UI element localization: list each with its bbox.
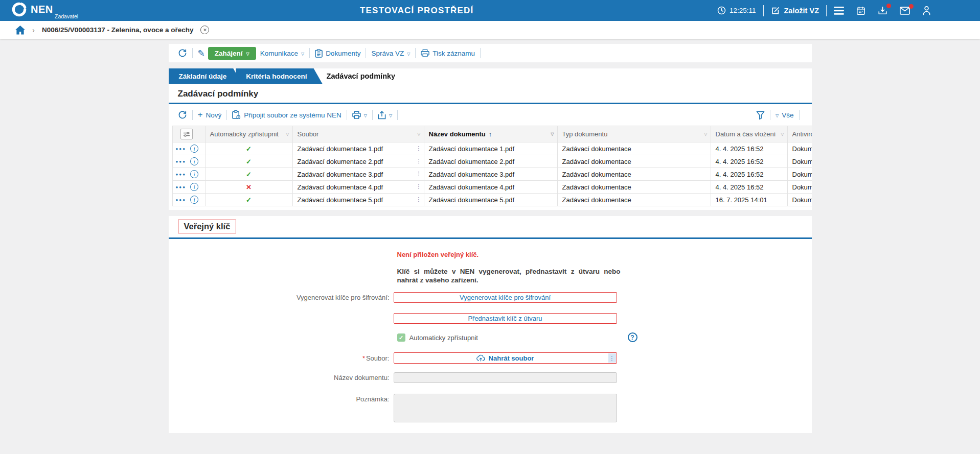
column-filter-icon[interactable]: ▽	[704, 132, 707, 136]
divider	[192, 110, 193, 120]
divider	[480, 48, 481, 58]
document-type-cell: Zadávací dokumentace	[557, 181, 711, 194]
row-info-icon[interactable]: i	[190, 157, 198, 165]
chevron-down-icon: ▽	[301, 52, 304, 56]
table-row[interactable]: ●●● i ✓ Zadávací dokumentace 1.pdf⋮ Zadá…	[172, 142, 812, 155]
communication-label: Komunikace	[260, 50, 298, 57]
user-icon[interactable]	[922, 6, 931, 15]
content-column: ✎ Zahájení ▽ Komunikace ▽ Dokumenty Sprá…	[169, 44, 812, 433]
file-menu-icon[interactable]: ⋮	[416, 171, 422, 177]
filter-all-dropdown[interactable]: ▽ Vše	[776, 111, 793, 119]
file-menu-icon[interactable]: ⋮	[416, 196, 422, 203]
row-actions-icon[interactable]: ●●●	[176, 159, 187, 164]
auto-accessible-label: Automaticky zpřístupnit	[409, 334, 478, 342]
document-name-label: Název dokumentu:	[169, 374, 394, 381]
file-cell[interactable]: Zadávací dokumentace 5.pdf⋮	[292, 194, 424, 206]
table-row[interactable]: ●●● i ✓ Zadávací dokumentace 5.pdf⋮ Zadá…	[172, 194, 812, 206]
new-document-button[interactable]: + Nový	[198, 110, 222, 120]
breadcrumb-item[interactable]: N006/25/V00003137 - Zelenina, ovoce a oř…	[42, 26, 193, 34]
antivirus-cell: Dokume	[787, 194, 812, 206]
menu-icon[interactable]	[834, 7, 844, 15]
calendar-icon[interactable]	[856, 6, 865, 15]
brand-name: NEN	[31, 4, 53, 15]
new-document-label: Nový	[206, 111, 221, 119]
file-menu-icon[interactable]: ⋮	[416, 145, 422, 152]
clipboard-gear-icon	[232, 110, 241, 120]
tab-2[interactable]: Kritéria hodnocení	[236, 68, 322, 84]
print-record-button[interactable]: Tisk záznamu	[421, 49, 475, 57]
manage-vz-menu[interactable]: Správa VZ ▽	[371, 50, 410, 57]
start-procedure-label: Zahájení	[215, 50, 243, 57]
note-textarea[interactable]	[394, 394, 617, 422]
table-row[interactable]: ●●● i ✓ Zadávací dokumentace 2.pdf⋮ Zadá…	[172, 155, 812, 168]
column-settings-icon[interactable]	[180, 129, 193, 139]
table-row[interactable]: ●●● i ✕ Zadávací dokumentace 4.pdf⋮ Zadá…	[172, 181, 812, 194]
row-actions-icon[interactable]: ●●●	[176, 198, 187, 202]
session-timer: 12:25:11	[717, 6, 756, 15]
refresh-icon[interactable]	[178, 49, 187, 58]
tab-1[interactable]: Základní údaje	[169, 68, 242, 84]
generate-keys-button[interactable]: Vygenerovat klíče pro šifrování	[394, 292, 617, 303]
manage-vz-label: Správa VZ	[371, 50, 404, 57]
column-settings-header	[172, 126, 205, 142]
row-actions-icon[interactable]: ●●●	[176, 147, 187, 151]
edit-record-icon[interactable]: ✎	[198, 48, 205, 59]
header-auto-accessible[interactable]: Automaticky zpřístupnit ▽	[205, 126, 292, 142]
top-bar: NEN Zadavatel TESTOVACÍ PROSTŘEDÍ 12:25:…	[0, 0, 980, 21]
header-date-inserted[interactable]: Datum a čas vložení ▽	[711, 126, 787, 142]
upload-menu-icon[interactable]: ⋮	[608, 353, 616, 363]
header-document-type[interactable]: Typ dokumentu ▽	[557, 126, 711, 142]
document-name-input[interactable]	[394, 372, 617, 383]
create-vz-button[interactable]: Založit VZ	[771, 6, 819, 15]
printer-icon	[421, 49, 429, 57]
documents-section: Základní údajeKritéria hodnoceníZadávací…	[169, 68, 812, 210]
home-icon[interactable]	[15, 26, 25, 35]
refresh-icon[interactable]	[178, 110, 187, 120]
tab-3[interactable]: Zadávací podmínky	[316, 68, 411, 84]
header-file[interactable]: Soubor ▽	[292, 126, 424, 142]
column-filter-icon[interactable]: ▽	[417, 132, 420, 136]
column-filter-icon[interactable]: ▽	[551, 132, 554, 136]
auto-accessible-checkbox[interactable]: ✓	[397, 333, 405, 342]
nen-logo[interactable]: NEN Zadavatel	[11, 2, 78, 19]
file-cell[interactable]: Zadávací dokumentace 3.pdf⋮	[292, 168, 424, 181]
upload-file-field[interactable]: Nahrát soubor ⋮	[394, 352, 617, 364]
help-icon[interactable]: ?	[628, 332, 637, 342]
nen-logo-icon	[11, 2, 27, 17]
row-info-icon[interactable]: i	[190, 170, 198, 178]
documents-menu[interactable]: Dokumenty	[315, 49, 360, 58]
column-filter-icon[interactable]: ▽	[781, 132, 784, 136]
divider	[372, 110, 373, 120]
file-cell[interactable]: Zadávací dokumentace 2.pdf⋮	[292, 155, 424, 168]
print-table-button[interactable]: ▽	[352, 111, 367, 119]
documents-table: Automaticky zpřístupnit ▽ Soubor ▽ Název…	[172, 126, 812, 206]
row-actions-icon[interactable]: ●●●	[176, 172, 187, 177]
file-menu-icon[interactable]: ⋮	[416, 158, 422, 164]
divider	[347, 110, 347, 120]
export-button[interactable]: ▽	[378, 111, 392, 120]
mail-icon[interactable]	[900, 7, 910, 15]
table-row[interactable]: ●●● i ✓ Zadávací dokumentace 3.pdf⋮ Zadá…	[172, 168, 812, 181]
export-icon	[378, 111, 386, 120]
missing-key-warning: Není přiložen veřejný klíč.	[397, 251, 812, 258]
attach-from-nen-button[interactable]: Připojit soubor ze systému NEN	[232, 110, 341, 120]
date-cell: 4. 4. 2025 16:52	[711, 181, 787, 194]
filter-icon[interactable]	[756, 111, 765, 120]
header-document-name[interactable]: Název dokumentu↑ ▽	[424, 126, 557, 142]
preset-key-button[interactable]: Přednastavit klíč z útvaru	[394, 313, 617, 324]
row-info-icon[interactable]: i	[190, 145, 198, 153]
communication-menu[interactable]: Komunikace ▽	[260, 50, 304, 57]
inbox-download-icon[interactable]	[878, 6, 887, 15]
row-info-icon[interactable]: i	[190, 183, 198, 191]
row-actions-icon[interactable]: ●●●	[176, 185, 187, 189]
file-cell[interactable]: Zadávací dokumentace 1.pdf⋮	[292, 142, 424, 155]
close-record-icon[interactable]: ✕	[200, 26, 209, 34]
header-antivirus[interactable]: Antiviro	[787, 126, 812, 142]
sort-asc-icon: ↑	[489, 130, 492, 138]
file-menu-icon[interactable]: ⋮	[416, 183, 422, 190]
row-info-icon[interactable]: i	[190, 196, 198, 204]
file-cell[interactable]: Zadávací dokumentace 4.pdf⋮	[292, 181, 424, 194]
column-filter-icon[interactable]: ▽	[286, 132, 289, 136]
filter-all-label: Vše	[782, 111, 793, 119]
start-procedure-button[interactable]: Zahájení ▽	[208, 47, 256, 60]
